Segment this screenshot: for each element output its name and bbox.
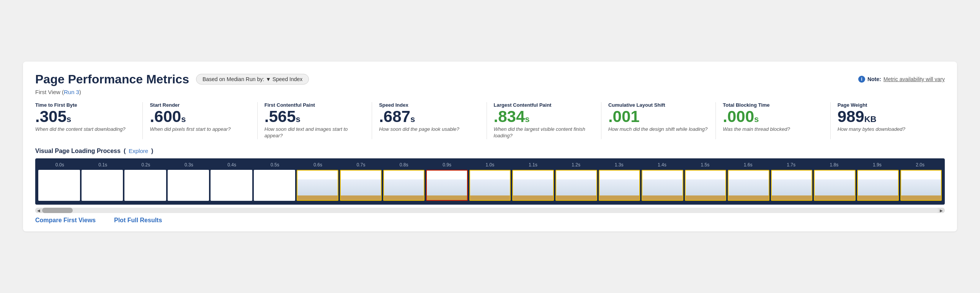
metric-item: Total Blocking Time.000sWas the main thr… bbox=[723, 102, 830, 139]
filmstrip-frame[interactable] bbox=[82, 170, 123, 201]
frame-inner bbox=[513, 171, 553, 200]
info-icon: i bbox=[858, 76, 865, 83]
frame-inner bbox=[125, 171, 165, 200]
filmstrip-frame[interactable] bbox=[124, 170, 166, 201]
page-card: Page Performance Metrics Based on Median… bbox=[23, 62, 957, 231]
frame-inner bbox=[168, 171, 209, 200]
scrollbar-thumb[interactable] bbox=[42, 208, 73, 213]
metric-item: Cumulative Layout Shift.001How much did … bbox=[608, 102, 715, 139]
filmstrip-frame[interactable] bbox=[771, 170, 813, 201]
first-view-run-link[interactable]: Run 3 bbox=[64, 89, 79, 95]
frame-inner bbox=[211, 171, 252, 200]
filmstrip-frame[interactable] bbox=[685, 170, 727, 201]
filmstrip-frame[interactable] bbox=[900, 170, 942, 201]
metric-desc: When did the largest visible content fin… bbox=[494, 126, 594, 139]
frame-inner bbox=[858, 171, 898, 200]
metric-value: .565s bbox=[265, 109, 365, 125]
section-title: Visual Page Loading Process (Explore) bbox=[35, 148, 945, 155]
timeline-label: 1.4s bbox=[640, 162, 683, 168]
timeline-label: 1.0s bbox=[469, 162, 511, 168]
timeline-label: 1.1s bbox=[511, 162, 554, 168]
filmstrip-frame[interactable] bbox=[469, 170, 511, 201]
metric-desc: How soon did the page look usable? bbox=[379, 126, 479, 133]
filmstrip-frame[interactable] bbox=[857, 170, 899, 201]
scroll-right-arrow[interactable]: ▶ bbox=[938, 208, 945, 213]
note-text: Metric availability will vary bbox=[884, 76, 945, 82]
filmstrip-frame[interactable] bbox=[254, 170, 296, 201]
scroll-left-arrow[interactable]: ◀ bbox=[35, 208, 42, 213]
metric-item: Speed Index.687sHow soon did the page lo… bbox=[379, 102, 486, 139]
frame-inner bbox=[599, 171, 640, 200]
timeline-label: 1.9s bbox=[856, 162, 898, 168]
metric-item: First Contentful Paint.565sHow soon did … bbox=[265, 102, 372, 139]
filmstrip-frame[interactable] bbox=[211, 170, 252, 201]
metric-desc: How many bytes downloaded? bbox=[838, 126, 938, 133]
metric-desc: How soon did text and images start to ap… bbox=[265, 126, 365, 139]
frame-inner bbox=[556, 171, 596, 200]
filmstrip-frame[interactable] bbox=[340, 170, 382, 201]
frame-inner bbox=[39, 171, 79, 200]
timeline-label: 0.7s bbox=[340, 162, 382, 168]
note-area: i Note: Metric availability will vary bbox=[858, 76, 945, 83]
metric-item: Start Render.600sWhen did pixels first s… bbox=[150, 102, 257, 139]
explore-link[interactable]: Explore bbox=[129, 148, 148, 154]
filmstrip-frame[interactable] bbox=[555, 170, 597, 201]
metric-divider bbox=[487, 102, 487, 139]
timeline-label: 1.5s bbox=[684, 162, 727, 168]
metric-divider bbox=[257, 102, 258, 139]
scrollbar-track[interactable] bbox=[42, 208, 938, 213]
frame-inner bbox=[297, 171, 338, 200]
metric-desc: When did the content start downloading? bbox=[35, 126, 136, 133]
scrollbar-row[interactable]: ◀ ▶ bbox=[35, 208, 945, 213]
metric-label: Speed Index bbox=[379, 102, 479, 108]
filmstrip-frame[interactable] bbox=[728, 170, 769, 201]
timeline-label: 0.5s bbox=[253, 162, 296, 168]
timeline-label: 0.3s bbox=[167, 162, 210, 168]
filmstrip-frame[interactable] bbox=[168, 170, 209, 201]
filmstrip-frame[interactable] bbox=[38, 170, 80, 201]
metric-divider bbox=[601, 102, 601, 139]
metric-divider bbox=[715, 102, 716, 139]
timeline-label: 1.2s bbox=[555, 162, 598, 168]
filmstrip-frame[interactable] bbox=[383, 170, 425, 201]
filmstrip-frames bbox=[38, 170, 942, 201]
filmstrip-container: 0.0s0.1s0.2s0.3s0.4s0.5s0.6s0.7s0.8s0.9s… bbox=[35, 158, 945, 205]
frame-inner bbox=[686, 171, 726, 200]
metric-value: .600s bbox=[150, 109, 250, 125]
frame-inner bbox=[815, 171, 855, 200]
filmstrip-frame[interactable] bbox=[297, 170, 338, 201]
timeline-label: 0.9s bbox=[425, 162, 468, 168]
filmstrip-frame[interactable] bbox=[426, 170, 468, 201]
timeline-label: 1.6s bbox=[727, 162, 769, 168]
filmstrip-frame[interactable] bbox=[814, 170, 856, 201]
metric-item: Largest Contentful Paint.834sWhen did th… bbox=[494, 102, 601, 139]
median-badge[interactable]: Based on Median Run by: ▼ Speed Index bbox=[196, 74, 309, 85]
metric-item: Page Weight989KBHow many bytes downloade… bbox=[838, 102, 945, 139]
filmstrip-frame[interactable] bbox=[642, 170, 683, 201]
plot-full-results-link[interactable]: Plot Full Results bbox=[114, 217, 162, 224]
metric-divider bbox=[142, 102, 143, 139]
timeline-label: 0.0s bbox=[38, 162, 81, 168]
frame-inner bbox=[901, 171, 941, 200]
frame-inner bbox=[427, 171, 467, 200]
page-title: Page Performance Metrics bbox=[35, 72, 189, 86]
metrics-row: Time to First Byte.305sWhen did the cont… bbox=[35, 102, 945, 139]
timeline-label: 0.6s bbox=[296, 162, 339, 168]
metric-desc: When did pixels first start to appear? bbox=[150, 126, 250, 133]
metric-desc: Was the main thread blocked? bbox=[723, 126, 823, 133]
compare-first-views-link[interactable]: Compare First Views bbox=[35, 217, 96, 224]
frame-inner bbox=[772, 171, 812, 200]
metric-value: .001 bbox=[608, 109, 709, 125]
metric-divider bbox=[372, 102, 372, 139]
metric-divider bbox=[830, 102, 831, 139]
header-left: Page Performance Metrics Based on Median… bbox=[35, 72, 309, 86]
frame-inner bbox=[255, 171, 295, 200]
frame-inner bbox=[384, 171, 424, 200]
frame-inner bbox=[82, 171, 122, 200]
filmstrip-frame[interactable] bbox=[512, 170, 554, 201]
median-badge-text: Based on Median Run by: ▼ Speed Index bbox=[203, 76, 302, 82]
filmstrip-frame[interactable] bbox=[599, 170, 640, 201]
metric-label: First Contentful Paint bbox=[265, 102, 365, 108]
frame-inner bbox=[728, 171, 769, 200]
metric-value: 989KB bbox=[838, 109, 938, 125]
